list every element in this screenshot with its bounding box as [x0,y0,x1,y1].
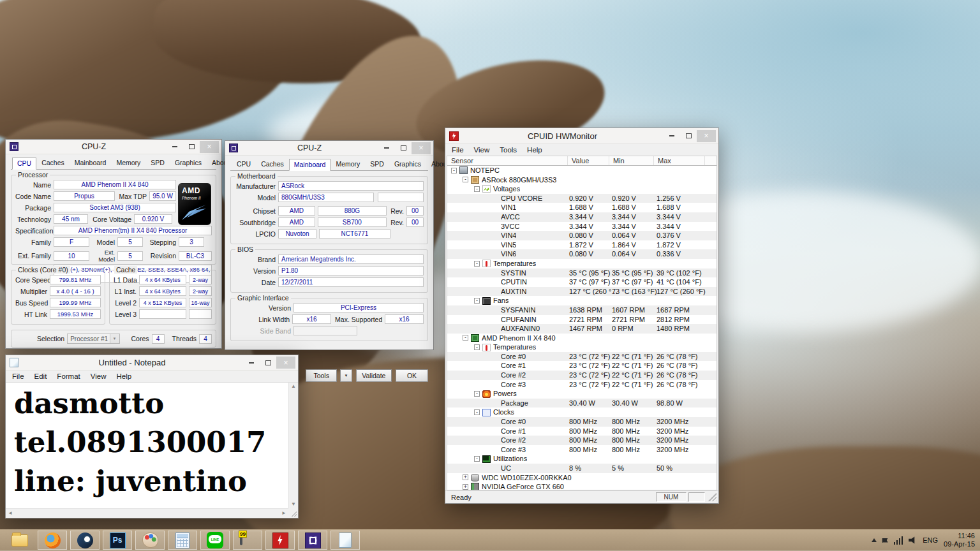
menu-item[interactable]: Help [112,372,137,381]
menu-item[interactable]: Tools [494,145,522,154]
processor-select[interactable]: Processor #1 ▼ [67,334,119,344]
maximize-button[interactable] [260,356,276,369]
tab[interactable]: CPU [12,158,36,170]
expand-toggle[interactable]: - [463,335,468,341]
expand-toggle[interactable]: + [463,484,468,490]
sensor-row[interactable]: - Voltages [447,184,716,194]
sensor-row[interactable]: - NOTEPC [447,166,716,175]
taskbar-clock[interactable]: 11:46 09-Apr-15 [944,532,975,548]
minimize-button[interactable] [167,141,183,153]
scroll-up-icon[interactable]: ▲ [291,384,296,389]
menu-item[interactable]: View [469,145,495,154]
taskbar-line-button[interactable]: LINE [200,531,230,550]
sensor-row[interactable]: Core #1 23 °C (72 °F) 22 °C (71 °F) 26 °… [447,361,716,371]
sensor-row[interactable]: SYSTIN 35 °C (95 °F) 35 °C (95 °F) 39 °C… [447,268,716,278]
sensor-row[interactable]: Package 30.40 W 30.40 W 98.80 W [447,399,716,408]
column-min[interactable]: Min [609,156,654,165]
notepad-text-area[interactable]: dasmottotel.0891300017line: juventino [6,383,288,508]
sensor-row[interactable]: Core #0 800 MHz 800 MHz 3200 MHz [447,417,716,427]
scroll-right-icon[interactable]: ► [281,511,286,516]
menu-item[interactable]: Format [52,372,85,381]
tab[interactable]: Memory [330,158,365,170]
tab[interactable]: Memory [111,157,145,169]
expand-toggle[interactable]: - [474,456,480,462]
sensor-row[interactable]: CPUFANIN 2721 RPM 2721 RPM 2812 RPM [447,315,716,325]
menu-item[interactable]: Help [522,145,547,154]
minimize-button[interactable] [378,142,395,154]
tab[interactable]: CPU [232,158,256,170]
tab[interactable]: Graphics [170,157,207,169]
sensor-row[interactable]: Core #2 800 MHz 800 MHz 3200 MHz [447,436,716,445]
sensor-row[interactable]: CPU VCORE 0.920 V 0.920 V 1.256 V [447,194,716,203]
tab[interactable]: Caches [36,157,70,169]
minimize-button[interactable] [243,356,260,369]
scroll-down-icon[interactable]: ▼ [291,502,296,507]
sensor-row[interactable]: Core #0 23 °C (72 °F) 22 °C (71 °F) 26 °… [447,352,716,362]
close-button[interactable]: × [200,141,219,153]
expand-toggle[interactable]: + [463,474,468,480]
close-button[interactable]: × [697,130,716,142]
sensor-row[interactable]: CPUTIN 37 °C (97 °F) 37 °C (97 °F) 41 °C… [447,277,716,287]
hwmonitor-titlebar[interactable]: CPUID HWMonitor × [445,128,718,144]
show-hidden-icons-chevron[interactable] [872,538,877,542]
tab[interactable]: SPD [145,157,170,169]
expand-toggle[interactable]: - [474,391,480,397]
taskbar-firefox-button[interactable] [38,531,67,550]
taskbar-hwmonitor-button[interactable] [265,531,295,550]
vertical-scrollbar[interactable]: ▲ ▼ [288,383,298,508]
menu-item[interactable]: File [447,145,469,154]
tab[interactable]: Caches [256,158,289,170]
menu-item[interactable]: View [85,372,112,381]
column-sensor[interactable]: Sensor [447,156,568,165]
sensor-row[interactable]: Core #3 23 °C (72 °F) 22 °C (71 °F) 26 °… [447,380,716,390]
expand-toggle[interactable]: - [474,344,480,350]
expand-toggle[interactable]: - [474,261,480,267]
tab[interactable]: Graphics [389,158,426,170]
expand-toggle[interactable]: - [474,186,480,192]
sensor-row[interactable]: AVCC 3.344 V 3.344 V 3.344 V [447,212,716,222]
volume-speaker-icon[interactable] [909,536,917,544]
language-indicator[interactable]: ENG [923,536,938,544]
tools-dropdown-button[interactable]: ▼ [340,369,352,382]
tab[interactable]: Mainboard [70,157,112,169]
sensor-row[interactable]: - AMD Phenom II X4 840 [447,334,716,343]
tab[interactable]: SPD [365,158,389,170]
action-center-flag-icon[interactable] [882,538,888,543]
sensor-row[interactable]: 3VCC 3.344 V 3.344 V 3.344 V [447,222,716,231]
sensor-row[interactable]: UC 8 % 5 % 50 % [447,464,716,473]
sensor-row[interactable]: - Temperatures [447,259,716,268]
sensor-row[interactable]: SYSFANIN 1638 RPM 1607 RPM 1687 RPM [447,305,716,315]
sensor-row[interactable]: Core #1 800 MHz 800 MHz 3200 MHz [447,427,716,436]
taskbar-calculator-button[interactable] [168,531,197,550]
taskbar-paint-button[interactable] [135,531,165,550]
cpuz-mainboard-titlebar[interactable]: CPU-Z × [225,141,433,156]
horizontal-scrollbar[interactable]: ◄ ► [6,508,288,518]
expand-toggle[interactable]: - [451,168,457,173]
scroll-left-icon[interactable]: ◄ [8,511,13,516]
network-signal-icon[interactable] [894,536,903,545]
sensor-row[interactable]: - ASRock 880GMH/U3S3 [447,175,716,185]
expand-toggle[interactable]: - [474,409,480,415]
minimize-button[interactable] [664,130,680,142]
sensor-row[interactable]: + WDC WD10EZEX-00RKKA0 [447,473,716,483]
sensor-row[interactable]: VIN6 0.080 V 0.064 V 0.336 V [447,249,716,259]
resize-grip[interactable] [708,493,716,501]
taskbar-cpuz-button[interactable] [298,531,327,550]
taskbar-monitor-99-button[interactable]: 99 [233,531,262,550]
maximize-button[interactable] [183,141,200,153]
close-button[interactable]: × [276,356,295,369]
maximize-button[interactable] [680,130,697,142]
sensor-row[interactable]: VIN1 1.688 V 1.688 V 1.688 V [447,203,716,212]
maximize-button[interactable] [395,142,412,154]
sensor-row[interactable]: Core #2 23 °C (72 °F) 22 °C (71 °F) 26 °… [447,371,716,380]
sensor-row[interactable]: - Fans [447,296,716,305]
sensor-row[interactable]: - Clocks [447,408,716,417]
taskbar-notepad-button[interactable] [330,531,360,550]
sensor-row[interactable]: VIN4 0.080 V 0.064 V 0.376 V [447,231,716,240]
expand-toggle[interactable]: - [474,298,480,304]
sensor-row[interactable]: AUXTIN 127 °C (260 °... 73 °C (163 °F) 1… [447,287,716,297]
column-value[interactable]: Value [568,156,609,165]
taskbar-file-explorer-button[interactable] [5,531,34,550]
sensor-row[interactable]: VIN5 1.872 V 1.864 V 1.872 V [447,240,716,250]
sensor-row[interactable]: - Temperatures [447,342,716,352]
